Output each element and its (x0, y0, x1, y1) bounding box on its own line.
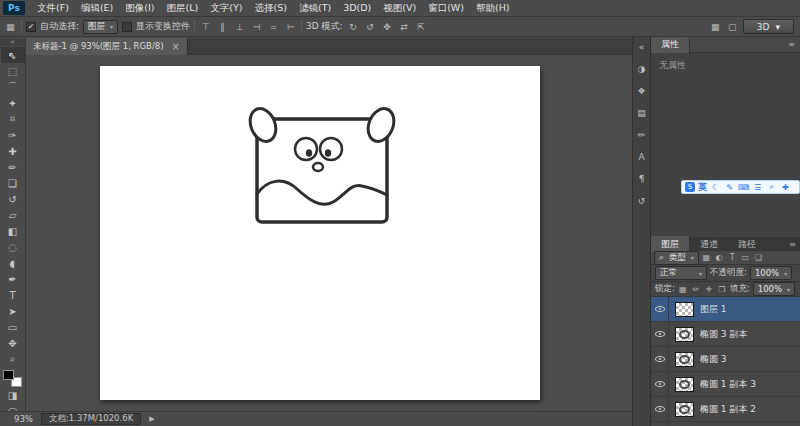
layer-visibility-toggle[interactable] (651, 397, 669, 421)
type-tool[interactable]: T (1, 287, 25, 303)
layer-row[interactable]: 图层 1 (651, 297, 800, 322)
pan-3d-icon[interactable]: ✥ (381, 20, 394, 33)
layer-name[interactable]: 图层 1 (700, 303, 727, 316)
tab-paths[interactable]: 路径 (728, 236, 766, 252)
ime-logo-icon[interactable]: S (685, 182, 695, 192)
layer-thumbnail[interactable] (675, 352, 694, 367)
filter-shape-layers-icon[interactable]: ▭ (740, 253, 751, 262)
spot-healing-tool[interactable]: ✚ (1, 143, 25, 159)
menu-type[interactable]: 文字(Y) (204, 0, 248, 16)
filter-pixel-layers-icon[interactable]: ▦ (701, 253, 712, 262)
expand-panels-icon[interactable]: « (635, 40, 649, 53)
tab-properties[interactable]: 属性 (651, 37, 690, 53)
auto-select-target-dropdown[interactable]: 图层 ▾ (83, 20, 118, 34)
layer-name[interactable]: 椭圆 1 副本 2 (700, 403, 756, 416)
swatches-panel-icon[interactable]: ▤ (635, 106, 649, 119)
menu-select[interactable]: 选择(S) (248, 0, 292, 16)
layer-thumbnail[interactable] (675, 402, 694, 417)
tab-channels[interactable]: 通道 (690, 236, 728, 252)
filter-smart-objects-icon[interactable]: ❏ (753, 253, 764, 262)
roll-3d-icon[interactable]: ↺ (364, 20, 377, 33)
toolbar-collapse-icon[interactable]: » (0, 38, 25, 46)
night-mode-icon[interactable]: ☾ (710, 183, 721, 192)
layer-row[interactable]: 椭圆 1 副本 2 (651, 397, 800, 422)
lock-transparent-icon[interactable]: ▦ (678, 285, 688, 294)
layer-visibility-toggle[interactable] (651, 422, 669, 426)
history-panel-icon[interactable]: ↺ (635, 194, 649, 207)
menu-image[interactable]: 图像(I) (119, 0, 160, 16)
foreground-color-swatch[interactable] (3, 370, 14, 380)
tool-preset-icon[interactable]: ▦ (4, 20, 17, 33)
align-bottom-icon[interactable]: ⊥ (233, 20, 246, 33)
align-vcenter-icon[interactable]: ∥ (216, 20, 229, 33)
lasso-tool[interactable]: ⌒ (1, 79, 25, 95)
menu-window[interactable]: 窗口(W) (422, 0, 470, 16)
auto-select-checkbox[interactable]: ✓ (26, 22, 36, 32)
menu-help[interactable]: 帮助(H) (470, 0, 516, 16)
layer-visibility-toggle[interactable] (651, 322, 669, 346)
layer-name[interactable]: 椭圆 1 副本 3 (700, 378, 756, 391)
path-selection-tool[interactable]: ➤ (1, 303, 25, 319)
scale-3d-icon[interactable]: ⇱ (415, 20, 428, 33)
layer-visibility-toggle[interactable] (651, 372, 669, 396)
opacity-dropdown[interactable]: 100% ▾ (750, 266, 792, 280)
clone-stamp-tool[interactable]: ❏ (1, 175, 25, 191)
screen-mode-icon[interactable]: ▢ (726, 20, 739, 33)
panel-menu-icon[interactable]: ≡ (788, 40, 795, 49)
gradient-tool[interactable]: ◧ (1, 223, 25, 239)
menu-edit[interactable]: 编辑(E) (75, 0, 119, 16)
lock-all-icon[interactable]: ❒ (717, 285, 727, 294)
plus-icon[interactable]: ✚ (780, 183, 791, 192)
zoom-tool[interactable]: ⌕ (1, 351, 25, 367)
canvas-area[interactable] (26, 55, 632, 411)
document-tab[interactable]: 未标题-1 @ 93%(图层 1, RGB/8) × (26, 38, 188, 55)
handwriting-icon[interactable]: ✎ (724, 183, 735, 192)
filter-adjustment-layers-icon[interactable]: ◐ (714, 253, 725, 262)
lock-pixels-icon[interactable]: ✏ (691, 285, 701, 294)
move-tool[interactable]: ⇖ (1, 47, 25, 63)
tab-layers[interactable]: 图层 (651, 236, 690, 252)
soft-keyboard-icon[interactable]: ⌨ (738, 183, 749, 192)
arrange-documents-icon[interactable]: ▦ (709, 20, 722, 33)
layer-row[interactable]: 椭圆 3 副本 (651, 322, 800, 347)
menu-file[interactable]: 文件(F) (31, 0, 75, 16)
paragraph-panel-icon[interactable]: ¶ (635, 172, 649, 185)
layer-name[interactable]: 椭圆 3 副本 (700, 328, 747, 341)
hand-tool[interactable]: ✥ (1, 335, 25, 351)
rectangle-tool[interactable]: ▭ (1, 319, 25, 335)
character-panel-icon[interactable]: A (635, 150, 649, 163)
photoshop-logo[interactable]: Ps (3, 1, 25, 15)
layer-thumbnail[interactable] (675, 302, 694, 317)
filter-type-layers-icon[interactable]: T (727, 253, 738, 262)
eyedropper-tool[interactable]: ✑ (1, 127, 25, 143)
tab-close-icon[interactable]: × (172, 42, 180, 52)
layer-row[interactable]: 椭圆 1 副本 3 (651, 372, 800, 397)
dodge-tool[interactable]: ◖ (1, 255, 25, 271)
zoom-level[interactable]: 93% (14, 414, 33, 424)
layer-thumbnail[interactable] (675, 377, 694, 392)
layer-visibility-toggle[interactable] (651, 297, 669, 321)
layer-row[interactable]: 椭圆 3 (651, 347, 800, 372)
menu-filter[interactable]: 滤镜(T) (293, 0, 337, 16)
eraser-tool[interactable]: ▱ (1, 207, 25, 223)
slide-3d-icon[interactable]: ⇄ (398, 20, 411, 33)
layer-name[interactable]: 椭圆 3 (700, 353, 727, 366)
layer-visibility-toggle[interactable] (651, 347, 669, 371)
menu-layer[interactable]: 图层(L) (161, 0, 205, 16)
brush-tool[interactable]: ✏ (1, 159, 25, 175)
align-left-icon[interactable]: ⊣ (250, 20, 263, 33)
panel-menu-icon[interactable]: ≡ (789, 240, 796, 249)
layer-thumbnail[interactable] (675, 327, 694, 342)
ime-lang-indicator[interactable]: 英 (698, 181, 707, 194)
layer-row[interactable]: 椭圆 1 副本 (651, 422, 800, 426)
status-flyout-icon[interactable]: ▶ (149, 415, 154, 423)
crop-tool[interactable]: ⌗ (1, 111, 25, 127)
adjustments-panel-icon[interactable]: ◑ (635, 62, 649, 75)
ime-toolbar[interactable]: S 英 ☾ ✎ ⌨ ☰ ⌕ ✚ (681, 180, 800, 194)
styles-panel-icon[interactable]: ❖ (635, 84, 649, 97)
fill-dropdown[interactable]: 100% ▾ (753, 282, 795, 296)
quick-selection-tool[interactable]: ✦ (1, 95, 25, 111)
show-transform-checkbox[interactable] (122, 22, 132, 32)
blur-tool[interactable]: ◌ (1, 239, 25, 255)
rectangular-marquee-tool[interactable]: ⬚ (1, 63, 25, 79)
